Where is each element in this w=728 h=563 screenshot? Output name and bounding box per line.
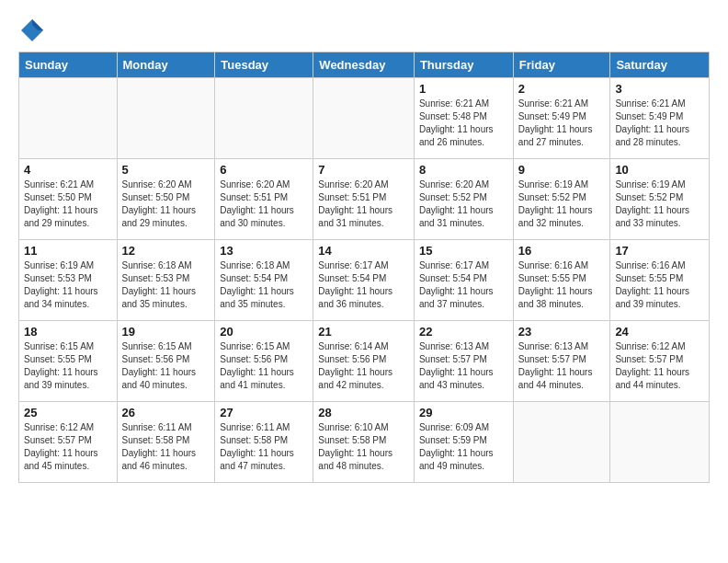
day-number: 4 [24, 163, 112, 177]
calendar-cell [19, 78, 118, 159]
day-number: 11 [24, 244, 112, 258]
day-info: Sunrise: 6:15 AM Sunset: 5:55 PM Dayligh… [24, 340, 112, 392]
day-info: Sunrise: 6:19 AM Sunset: 5:52 PM Dayligh… [615, 178, 704, 230]
week-row-1: 4Sunrise: 6:21 AM Sunset: 5:50 PM Daylig… [19, 159, 710, 240]
day-info: Sunrise: 6:09 AM Sunset: 5:59 PM Dayligh… [419, 421, 508, 473]
day-info: Sunrise: 6:10 AM Sunset: 5:58 PM Dayligh… [318, 421, 409, 473]
day-number: 10 [615, 163, 704, 177]
calendar-table: SundayMondayTuesdayWednesdayThursdayFrid… [18, 52, 710, 483]
day-number: 28 [318, 406, 409, 419]
day-number: 1 [419, 82, 508, 96]
calendar-cell: 4Sunrise: 6:21 AM Sunset: 5:50 PM Daylig… [19, 159, 118, 240]
calendar-cell: 19Sunrise: 6:15 AM Sunset: 5:56 PM Dayli… [117, 321, 215, 402]
header-cell-monday: Monday [117, 52, 215, 78]
day-info: Sunrise: 6:19 AM Sunset: 5:52 PM Dayligh… [518, 178, 606, 230]
calendar-cell: 22Sunrise: 6:13 AM Sunset: 5:57 PM Dayli… [414, 321, 513, 402]
week-row-4: 25Sunrise: 6:12 AM Sunset: 5:57 PM Dayli… [19, 402, 710, 483]
day-number: 13 [220, 244, 308, 258]
calendar-cell: 11Sunrise: 6:19 AM Sunset: 5:53 PM Dayli… [19, 240, 118, 321]
week-row-2: 11Sunrise: 6:19 AM Sunset: 5:53 PM Dayli… [19, 240, 710, 321]
calendar-cell: 23Sunrise: 6:13 AM Sunset: 5:57 PM Dayli… [513, 321, 610, 402]
day-info: Sunrise: 6:11 AM Sunset: 5:58 PM Dayligh… [220, 421, 308, 473]
calendar-cell: 24Sunrise: 6:12 AM Sunset: 5:57 PM Dayli… [610, 321, 710, 402]
day-info: Sunrise: 6:12 AM Sunset: 5:57 PM Dayligh… [615, 340, 704, 392]
calendar-header: SundayMondayTuesdayWednesdayThursdayFrid… [19, 52, 710, 78]
day-info: Sunrise: 6:16 AM Sunset: 5:55 PM Dayligh… [615, 259, 704, 311]
calendar-cell [610, 402, 710, 483]
header-cell-sunday: Sunday [19, 52, 118, 78]
day-number: 2 [518, 82, 606, 96]
day-info: Sunrise: 6:17 AM Sunset: 5:54 PM Dayligh… [419, 259, 508, 311]
calendar-cell: 29Sunrise: 6:09 AM Sunset: 5:59 PM Dayli… [414, 402, 513, 483]
day-number: 6 [220, 163, 308, 177]
day-info: Sunrise: 6:17 AM Sunset: 5:54 PM Dayligh… [318, 259, 409, 311]
day-number: 17 [615, 244, 704, 258]
day-info: Sunrise: 6:11 AM Sunset: 5:58 PM Dayligh… [122, 421, 210, 473]
day-info: Sunrise: 6:13 AM Sunset: 5:57 PM Dayligh… [419, 340, 508, 392]
calendar-cell: 20Sunrise: 6:15 AM Sunset: 5:56 PM Dayli… [215, 321, 313, 402]
day-info: Sunrise: 6:21 AM Sunset: 5:50 PM Dayligh… [24, 178, 112, 230]
day-info: Sunrise: 6:15 AM Sunset: 5:56 PM Dayligh… [122, 340, 210, 392]
day-number: 21 [318, 325, 409, 339]
calendar-cell: 25Sunrise: 6:12 AM Sunset: 5:57 PM Dayli… [19, 402, 118, 483]
calendar-cell: 7Sunrise: 6:20 AM Sunset: 5:51 PM Daylig… [313, 159, 415, 240]
day-number: 12 [122, 244, 210, 258]
day-number: 16 [518, 244, 606, 258]
day-number: 3 [615, 82, 704, 96]
calendar-cell: 8Sunrise: 6:20 AM Sunset: 5:52 PM Daylig… [414, 159, 513, 240]
logo [18, 17, 50, 44]
day-info: Sunrise: 6:21 AM Sunset: 5:49 PM Dayligh… [615, 98, 704, 149]
calendar-cell [215, 78, 313, 159]
day-info: Sunrise: 6:20 AM Sunset: 5:50 PM Dayligh… [122, 178, 210, 230]
header-cell-friday: Friday [513, 52, 610, 78]
header-row: SundayMondayTuesdayWednesdayThursdayFrid… [19, 52, 710, 78]
week-row-0: 1Sunrise: 6:21 AM Sunset: 5:48 PM Daylig… [19, 78, 710, 159]
day-number: 22 [419, 325, 508, 339]
calendar-cell [117, 78, 215, 159]
calendar-cell [313, 78, 415, 159]
day-info: Sunrise: 6:13 AM Sunset: 5:57 PM Dayligh… [518, 340, 606, 392]
logo-icon [18, 17, 46, 44]
calendar-cell: 10Sunrise: 6:19 AM Sunset: 5:52 PM Dayli… [610, 159, 710, 240]
day-info: Sunrise: 6:16 AM Sunset: 5:55 PM Dayligh… [518, 259, 606, 311]
day-number: 18 [24, 325, 112, 339]
day-number: 27 [220, 406, 308, 419]
day-number: 23 [518, 325, 606, 339]
calendar-cell: 3Sunrise: 6:21 AM Sunset: 5:49 PM Daylig… [610, 78, 710, 159]
day-number: 24 [615, 325, 704, 339]
day-info: Sunrise: 6:18 AM Sunset: 5:54 PM Dayligh… [220, 259, 308, 311]
header-cell-tuesday: Tuesday [215, 52, 313, 78]
calendar-cell: 2Sunrise: 6:21 AM Sunset: 5:49 PM Daylig… [513, 78, 610, 159]
calendar-cell: 1Sunrise: 6:21 AM Sunset: 5:48 PM Daylig… [414, 78, 513, 159]
header-cell-wednesday: Wednesday [313, 52, 415, 78]
day-info: Sunrise: 6:20 AM Sunset: 5:51 PM Dayligh… [318, 178, 409, 230]
calendar-cell: 16Sunrise: 6:16 AM Sunset: 5:55 PM Dayli… [513, 240, 610, 321]
calendar-cell: 15Sunrise: 6:17 AM Sunset: 5:54 PM Dayli… [414, 240, 513, 321]
day-info: Sunrise: 6:21 AM Sunset: 5:48 PM Dayligh… [419, 98, 508, 149]
calendar-cell: 17Sunrise: 6:16 AM Sunset: 5:55 PM Dayli… [610, 240, 710, 321]
day-info: Sunrise: 6:15 AM Sunset: 5:56 PM Dayligh… [220, 340, 308, 392]
day-info: Sunrise: 6:18 AM Sunset: 5:53 PM Dayligh… [122, 259, 210, 311]
calendar-cell: 28Sunrise: 6:10 AM Sunset: 5:58 PM Dayli… [313, 402, 415, 483]
day-info: Sunrise: 6:14 AM Sunset: 5:56 PM Dayligh… [318, 340, 409, 392]
day-info: Sunrise: 6:20 AM Sunset: 5:51 PM Dayligh… [220, 178, 308, 230]
calendar-cell: 9Sunrise: 6:19 AM Sunset: 5:52 PM Daylig… [513, 159, 610, 240]
calendar-cell [513, 402, 610, 483]
day-info: Sunrise: 6:12 AM Sunset: 5:57 PM Dayligh… [24, 421, 112, 473]
week-row-3: 18Sunrise: 6:15 AM Sunset: 5:55 PM Dayli… [19, 321, 710, 402]
day-info: Sunrise: 6:19 AM Sunset: 5:53 PM Dayligh… [24, 259, 112, 311]
day-number: 29 [419, 406, 508, 419]
header-cell-thursday: Thursday [414, 52, 513, 78]
day-number: 25 [24, 406, 112, 419]
calendar-cell: 14Sunrise: 6:17 AM Sunset: 5:54 PM Dayli… [313, 240, 415, 321]
calendar-cell: 26Sunrise: 6:11 AM Sunset: 5:58 PM Dayli… [117, 402, 215, 483]
calendar-cell: 21Sunrise: 6:14 AM Sunset: 5:56 PM Dayli… [313, 321, 415, 402]
header [9, 9, 719, 48]
day-number: 7 [318, 163, 409, 177]
calendar-cell: 18Sunrise: 6:15 AM Sunset: 5:55 PM Dayli… [19, 321, 118, 402]
calendar-cell: 5Sunrise: 6:20 AM Sunset: 5:50 PM Daylig… [117, 159, 215, 240]
calendar-cell: 13Sunrise: 6:18 AM Sunset: 5:54 PM Dayli… [215, 240, 313, 321]
day-number: 14 [318, 244, 409, 258]
day-number: 8 [419, 163, 508, 177]
day-number: 9 [518, 163, 606, 177]
